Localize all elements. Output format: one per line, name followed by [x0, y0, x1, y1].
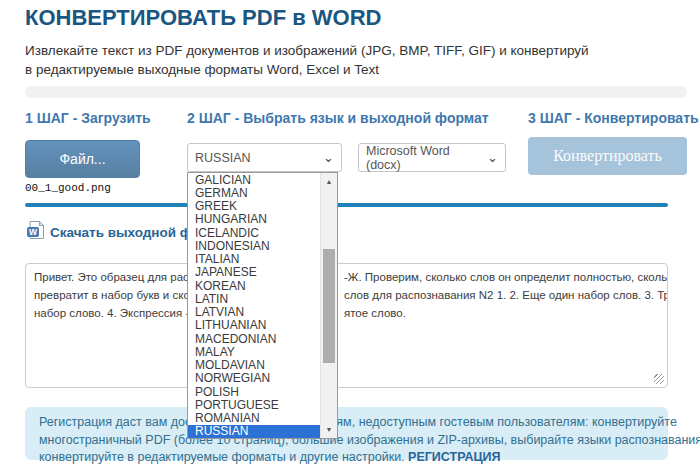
dropdown-option[interactable]: RUSSIAN	[188, 425, 320, 438]
scroll-up-icon: ▲	[326, 178, 333, 185]
dropdown-option[interactable]: MACEDONIAN	[188, 332, 320, 345]
dropdown-option[interactable]: KOREAN	[188, 279, 320, 292]
dropdown-option[interactable]: LATIN	[188, 292, 320, 305]
file-upload-button-label: Файл...	[59, 151, 105, 167]
textarea-resize-handle[interactable]	[654, 374, 664, 384]
dropdown-option[interactable]: ROMANIAN	[188, 412, 320, 425]
registration-link[interactable]: РЕГИСТРАЦИЯ	[408, 450, 500, 464]
section-rule	[25, 203, 668, 207]
chevron-down-icon: ⌄	[487, 153, 498, 163]
dropdown-option[interactable]: MOLDAVIAN	[188, 359, 320, 372]
divider-bar	[25, 86, 687, 98]
registration-text: конвертируйте в редактируемые форматы и …	[39, 450, 408, 464]
dropdown-option[interactable]: GALICIAN	[188, 173, 320, 186]
registration-text-line: конвертируйте в редактируемые форматы и …	[39, 449, 654, 466]
svg-text:W: W	[29, 227, 38, 237]
result-text-line: ятое слово.	[344, 307, 406, 319]
language-select-value: RUSSIAN	[195, 151, 251, 165]
registration-text-line: многостраничный PDF (более 10 страниц), …	[39, 432, 654, 450]
result-text-line: -Ж. Проверим, сколько слов он определит …	[344, 271, 668, 283]
convert-button[interactable]: Конвертировать	[528, 137, 687, 175]
output-format-select-value: Microsoft Word (docx)	[366, 144, 487, 172]
dropdown-option[interactable]: JAPANESE	[188, 266, 320, 279]
file-upload-button[interactable]: Файл...	[25, 140, 140, 178]
pdf-to-word-converter-page: КОНВЕРТИРОВАТЬ PDF в WORD Извлекайте тек…	[0, 0, 700, 466]
step1-header: 1 ШАГ - Загрузить	[25, 110, 151, 126]
dropdown-option[interactable]: POLISH	[188, 385, 320, 398]
language-dropdown-panel: GALICIANGERMANGREEKHUNGARIANICELANDICIND…	[187, 172, 338, 439]
dropdown-option[interactable]: LITHUANIAN	[188, 319, 320, 332]
step2-header: 2 ШАГ - Выбрать язык и выходной формат	[187, 110, 489, 126]
language-select[interactable]: RUSSIAN ⌄	[187, 143, 342, 172]
scrollbar-thumb[interactable]	[323, 249, 335, 363]
page-subtitle: Извлекайте текст из PDF документов и изо…	[25, 41, 589, 79]
dropdown-option[interactable]: NORWEGIAN	[188, 372, 320, 385]
scroll-up-button[interactable]: ▲	[321, 174, 337, 189]
uploaded-file-name: 00_1_good.png	[25, 182, 111, 194]
dropdown-option[interactable]: GREEK	[188, 200, 320, 213]
scroll-down-icon: ▼	[326, 426, 333, 433]
dropdown-scrollbar[interactable]: ▲ ▼	[320, 173, 337, 438]
registration-notice: Регистрация даст вам доступ к расширенны…	[25, 407, 668, 460]
registration-text-line: Регистрация даст вам доступ к расширенны…	[39, 414, 654, 432]
dropdown-option[interactable]: INDONESIAN	[188, 239, 320, 252]
ocr-result-textarea[interactable]: Привет. Это образец для распознавания -Ж…	[25, 263, 668, 388]
result-text-line: слов для распознавания N2 1. 2. Еще один…	[344, 289, 668, 301]
output-format-select[interactable]: Microsoft Word (docx) ⌄	[358, 143, 506, 172]
chevron-down-icon: ⌄	[323, 153, 334, 163]
dropdown-option[interactable]: PORTUGUESE	[188, 398, 320, 411]
dropdown-option[interactable]: HUNGARIAN	[188, 213, 320, 226]
step3-header: 3 ШАГ - Конвертировать	[528, 110, 699, 126]
dropdown-option[interactable]: ICELANDIC	[188, 226, 320, 239]
dropdown-option[interactable]: MALAY	[188, 345, 320, 358]
convert-button-label: Конвертировать	[553, 147, 662, 165]
page-title: КОНВЕРТИРОВАТЬ PDF в WORD	[25, 5, 381, 31]
scroll-down-button[interactable]: ▼	[321, 422, 337, 437]
dropdown-option[interactable]: ITALIAN	[188, 253, 320, 266]
language-dropdown-list: GALICIANGERMANGREEKHUNGARIANICELANDICIND…	[188, 173, 320, 438]
dropdown-option[interactable]: GERMAN	[188, 186, 320, 199]
word-file-icon: W	[27, 221, 44, 239]
dropdown-option[interactable]: LATVIAN	[188, 306, 320, 319]
